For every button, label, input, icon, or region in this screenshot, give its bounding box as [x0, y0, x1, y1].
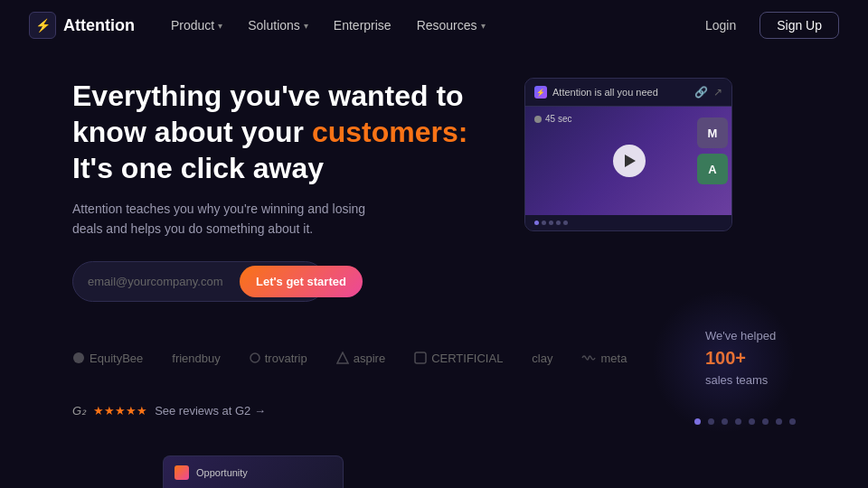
video-timer: 45 sec — [534, 114, 571, 124]
brand-equitybee: EquityBee — [72, 352, 143, 365]
brand-meta: meta — [581, 352, 627, 365]
brand-certificial: CERTIFICIAL — [414, 352, 503, 365]
brand-trovatrip: trovatrip — [250, 352, 307, 365]
hero-section: Everything you've wanted to know about y… — [0, 51, 868, 302]
logo[interactable]: ⚡ Attention — [29, 12, 135, 39]
play-icon — [625, 155, 636, 167]
dot-nav-item[interactable] — [735, 418, 741, 425]
chevron-icon: ▾ — [481, 21, 486, 31]
logos-section: EquityBee friendbuy trovatrip aspire CER… — [0, 302, 868, 389]
dot-nav-item[interactable] — [708, 418, 714, 425]
progress-dots — [534, 221, 568, 225]
preview-icon — [175, 465, 189, 480]
logos-row: EquityBee friendbuy trovatrip aspire CER… — [72, 352, 684, 365]
dot-nav-item[interactable] — [789, 418, 796, 425]
vcard-logo-icon: ⚡ — [534, 86, 547, 99]
video-card: ⚡ Attention is all you need 🔗 ↗ 45 sec M — [524, 78, 732, 231]
progress-dot — [563, 221, 568, 225]
video-card-title: Attention is all you need — [552, 87, 658, 98]
progress-dot — [549, 221, 553, 225]
nav-enterprise[interactable]: Enterprise — [334, 18, 392, 33]
hero-subtitle: Attention teaches you why you're winning… — [72, 199, 380, 239]
brand-clay: clay — [532, 352, 552, 365]
helped-text: We've helped 100+ sales teams — [705, 327, 814, 389]
progress-dot — [534, 221, 539, 225]
dot-nav-item[interactable] — [776, 418, 782, 425]
dot-nav-item[interactable] — [722, 418, 728, 425]
g2-review-link[interactable]: See reviews at G2 → — [155, 404, 266, 418]
g2-logo: G₂ — [72, 404, 86, 418]
avatar-m: M — [697, 117, 728, 148]
signup-button[interactable]: Sign Up — [760, 12, 839, 39]
nav-product[interactable]: Product ▾ — [171, 18, 222, 33]
cta-button[interactable]: Let's get started — [240, 266, 363, 297]
link-icon[interactable]: 🔗 — [694, 86, 708, 99]
hero-right: ⚡ Attention is all you need 🔗 ↗ 45 sec M — [524, 78, 741, 231]
chevron-icon: ▾ — [218, 21, 222, 31]
chevron-icon: ▾ — [304, 21, 308, 31]
timer-icon — [534, 116, 542, 123]
progress-dot — [542, 221, 546, 225]
video-bottom-bar — [525, 215, 731, 230]
svg-marker-2 — [337, 352, 348, 363]
email-input[interactable] — [88, 269, 240, 294]
login-button[interactable]: Login — [693, 13, 749, 38]
dot-nav-item[interactable] — [694, 418, 701, 425]
video-sidebar: M A — [697, 117, 728, 184]
navbar: ⚡ Attention Product ▾ Solutions ▾ Enterp… — [0, 0, 868, 51]
progress-dot — [556, 221, 561, 225]
preview-text: Opportunity — [196, 467, 248, 478]
g2-stars: ★★★★★ — [93, 404, 147, 418]
video-thumbnail[interactable]: 45 sec M A — [525, 107, 732, 215]
email-form: Let's get started — [72, 261, 326, 302]
brand-friendbuy: friendbuy — [172, 352, 220, 365]
nav-solutions[interactable]: Solutions ▾ — [248, 18, 308, 33]
external-icon[interactable]: ↗ — [713, 86, 722, 99]
hero-left: Everything you've wanted to know about y… — [72, 78, 470, 302]
avatar-a: A — [697, 154, 728, 184]
hero-title: Everything you've wanted to know about y… — [72, 78, 470, 186]
brand-aspire: aspire — [336, 352, 385, 365]
dot-nav-item[interactable] — [762, 418, 769, 425]
svg-point-0 — [73, 352, 84, 363]
bottom-preview-card: Opportunity — [163, 455, 344, 488]
dot-navigation — [694, 418, 796, 425]
g2-row: G₂ ★★★★★ See reviews at G2 → — [0, 389, 868, 418]
logo-icon: ⚡ — [29, 12, 56, 39]
logo-text: Attention — [63, 16, 135, 35]
dot-nav-item[interactable] — [749, 418, 755, 425]
svg-rect-3 — [415, 352, 426, 363]
video-card-header: ⚡ Attention is all you need 🔗 ↗ — [525, 79, 731, 107]
nav-resources[interactable]: Resources ▾ — [417, 18, 486, 33]
nav-links: Product ▾ Solutions ▾ Enterprise Resourc… — [171, 18, 693, 33]
nav-actions: Login Sign Up — [693, 12, 839, 39]
svg-point-1 — [250, 353, 259, 362]
play-button[interactable] — [613, 145, 646, 177]
